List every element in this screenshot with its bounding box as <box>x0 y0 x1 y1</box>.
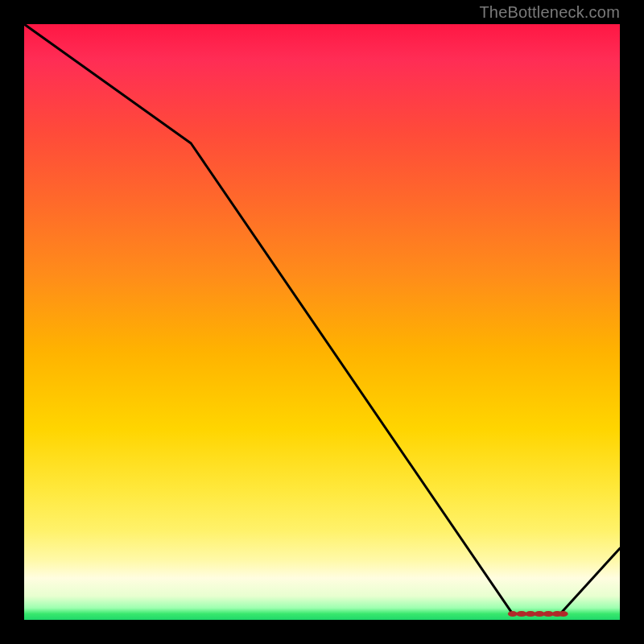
main-curve <box>24 24 620 614</box>
marker-dot <box>559 611 568 617</box>
chart-stage: TheBottleneck.com <box>0 0 644 644</box>
chart-overlay <box>24 24 620 620</box>
watermark-text: TheBottleneck.com <box>479 3 620 22</box>
marker-group <box>508 611 568 617</box>
